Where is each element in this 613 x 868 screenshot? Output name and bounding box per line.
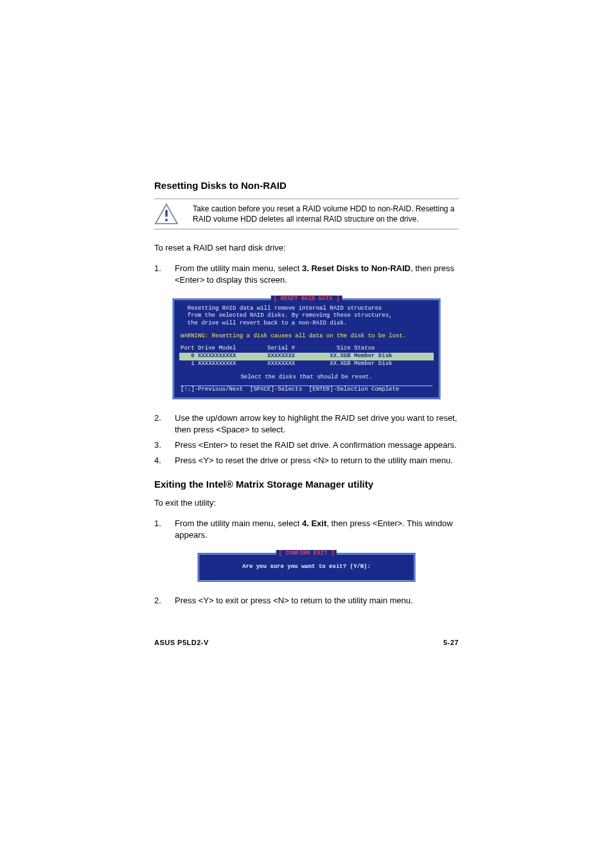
step-text-part: From the utility main menu, select	[175, 518, 302, 528]
bios-reset-raid-screen: [ RESET RAID DATA ] Resetting RAID data …	[172, 298, 441, 400]
bios-confirm-exit-screen: [ CONFIRM EXIT ] Are you sure you want t…	[197, 553, 416, 582]
bios-text: the drive will revert back to a non-RAID…	[181, 320, 432, 328]
bios-exit-prompt[interactable]: Are you sure you want to exit? (Y/N):	[206, 563, 407, 571]
step-text: Press <Enter> to reset the RAID set driv…	[175, 439, 459, 451]
steps-reset: 1. From the utility main menu, select 3.…	[154, 263, 459, 286]
list-item: 1. From the utility main menu, select 4.…	[154, 518, 459, 541]
svg-point-2	[165, 218, 168, 221]
bios-table-header: Port Drive Model Serial # Size Status	[181, 345, 432, 353]
bios-title: [ RESET RAID DATA ]	[271, 296, 342, 303]
step-number: 1.	[154, 263, 175, 286]
step-text: Press <Y> to reset the drive or press <N…	[175, 455, 459, 466]
steps-exit: 1. From the utility main menu, select 4.…	[154, 518, 459, 541]
intro-exit: To exit the utility:	[154, 497, 459, 509]
bios-table-row[interactable]: 1 XXXXXXXXXXX XXXXXXXX XX.XGB Member Dis…	[181, 360, 432, 368]
step-number: 4.	[154, 455, 175, 466]
step-text: Use the up/down arrow key to highlight t…	[175, 412, 459, 436]
step-text: From the utility main menu, select 4. Ex…	[175, 518, 459, 541]
step-number: 2.	[154, 595, 175, 607]
bios-title: [ CONFIRM EXIT ]	[276, 550, 337, 558]
bios-footer-hints: [↑↓]-Previous/Next [SPACE]-Selects [ENTE…	[181, 385, 432, 394]
caution-text: Take caution before you reset a RAID vol…	[193, 204, 459, 224]
list-item: 3. Press <Enter> to reset the RAID set d…	[154, 439, 459, 451]
intro-reset: To reset a RAID set hard disk drive:	[154, 242, 459, 254]
page-footer: ASUS P5LD2-V 5-27	[154, 639, 459, 646]
footer-page-number: 5-27	[443, 639, 459, 646]
svg-rect-1	[165, 209, 168, 217]
step-text-bold: 4. Exit	[302, 518, 326, 528]
step-number: 3.	[154, 439, 175, 451]
section-heading-exit: Exiting the Intel® Matrix Storage Manage…	[154, 479, 459, 490]
list-item: 2. Press <Y> to exit or press <N> to ret…	[154, 595, 459, 607]
step-text: Press <Y> to exit or press <N> to return…	[175, 595, 459, 607]
caution-block: Take caution before you reset a RAID vol…	[154, 199, 459, 229]
bios-table-row-selected[interactable]: 0 XXXXXXXXXXX XXXXXXXX XX.XGB Member Dis…	[179, 353, 434, 360]
bios-prompt: Select the disks that should be reset.	[181, 374, 432, 382]
step-number: 2.	[154, 412, 175, 436]
step-text: From the utility main menu, select 3. Re…	[175, 263, 459, 286]
bios-warning: WARNING: Resetting a disk causes all dat…	[181, 333, 432, 341]
bios-text: Resetting RAID data will remove internal…	[181, 305, 432, 313]
step-number: 1.	[154, 518, 175, 541]
step-text-part: From the utility main menu, select	[175, 263, 302, 273]
list-item: 1. From the utility main menu, select 3.…	[154, 263, 459, 286]
footer-product: ASUS P5LD2-V	[154, 639, 209, 646]
steps-exit-cont: 2. Press <Y> to exit or press <N> to ret…	[154, 595, 459, 607]
bios-text: from the selected RAID disks. By removin…	[181, 312, 432, 320]
step-text-bold: 3. Reset Disks to Non-RAID	[302, 263, 411, 273]
section-heading-reset: Resetting Disks to Non-RAID	[154, 180, 459, 191]
caution-icon	[154, 203, 179, 225]
list-item: 2. Use the up/down arrow key to highligh…	[154, 412, 459, 436]
steps-reset-cont: 2. Use the up/down arrow key to highligh…	[154, 412, 459, 467]
list-item: 4. Press <Y> to reset the drive or press…	[154, 455, 459, 466]
